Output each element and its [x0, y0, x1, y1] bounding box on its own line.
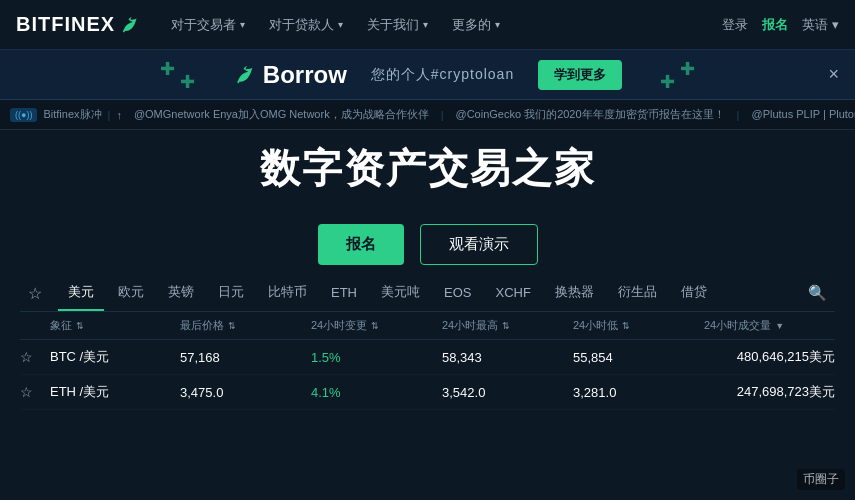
nav-right: 登录 报名 英语 ▾ — [722, 16, 839, 34]
volume: 247,698,723美元 — [704, 383, 835, 401]
nav-traders[interactable]: 对于交易者 ▾ — [163, 10, 253, 40]
tab-jpy[interactable]: 日元 — [208, 275, 254, 311]
table-row: ☆ BTC /美元 57,168 1.5% 58,343 55,854 480,… — [20, 340, 835, 375]
favorites-tab[interactable]: ☆ — [20, 276, 50, 311]
login-link[interactable]: 登录 — [722, 16, 748, 34]
register-link[interactable]: 报名 — [762, 16, 788, 34]
ticker-label: Bitfinex脉冲 — [43, 107, 101, 122]
pair-symbol: ETH /美元 — [50, 383, 180, 401]
th-low[interactable]: 24小时低 ⇅ — [573, 318, 704, 333]
chevron-down-icon: ▾ — [240, 19, 245, 30]
tab-eth[interactable]: ETH — [321, 277, 367, 310]
language-selector[interactable]: 英语 ▾ — [802, 16, 839, 34]
logo: BITFINEX — [16, 13, 139, 36]
tab-lending[interactable]: 借贷 — [671, 275, 717, 311]
th-symbol[interactable]: 象征 ⇅ — [50, 318, 180, 333]
ticker-item: ((●)) Bitfinex脉冲 | ↑ — [10, 107, 122, 122]
ticker-text: @OMGnetwork Enya加入OMG Network，成为战略合作伙伴 — [134, 107, 429, 122]
ticker-text: @CoinGecko 我们的2020年年度加密货币报告在这里！ — [456, 107, 725, 122]
volume: 480,646,215美元 — [704, 348, 835, 366]
th-price[interactable]: 最后价格 ⇅ — [180, 318, 311, 333]
plus-decoration: ✚ — [180, 71, 195, 93]
favorite-icon[interactable]: ☆ — [20, 384, 50, 400]
last-price: 3,475.0 — [180, 385, 311, 400]
banner-brand: Borrow — [233, 61, 347, 89]
nav-about[interactable]: 关于我们 ▾ — [359, 10, 436, 40]
th-volume[interactable]: 24小时成交量 ▼ — [704, 318, 835, 333]
close-icon[interactable]: × — [828, 64, 839, 85]
nav-links: 对于交易者 ▾ 对于贷款人 ▾ 关于我们 ▾ 更多的 ▾ — [163, 10, 722, 40]
price-low: 3,281.0 — [573, 385, 704, 400]
watermark: 币圈子 — [797, 469, 845, 490]
hero-register-button[interactable]: 报名 — [318, 224, 404, 265]
plus-decoration: ✚ — [160, 58, 175, 80]
hero-title: 数字资产交易之家 — [260, 141, 596, 196]
price-change: 4.1% — [311, 385, 442, 400]
favorite-icon[interactable]: ☆ — [20, 349, 50, 365]
banner-title: Borrow — [263, 61, 347, 89]
hero-section: 数字资产交易之家 报名 观看演示 — [0, 130, 855, 275]
banner-leaf-icon — [233, 64, 255, 86]
ticker-text: @Plutus PLIP | Pluton流动 — [751, 107, 855, 122]
plus-decoration: ✚ — [680, 58, 695, 80]
ticker-content: ((●)) Bitfinex脉冲 | ↑ @OMGnetwork Enya加入O… — [10, 107, 855, 122]
tab-derivatives[interactable]: 衍生品 — [608, 275, 667, 311]
logo-icon — [119, 15, 139, 35]
th-high[interactable]: 24小时最高 ⇅ — [442, 318, 573, 333]
banner-subtitle: 您的个人#cryptoloan — [371, 66, 514, 84]
nav-more[interactable]: 更多的 ▾ — [444, 10, 508, 40]
price-high: 58,343 — [442, 350, 573, 365]
market-tabs: ☆ 美元 欧元 英镑 日元 比特币 ETH 美元吨 EOS XCHF 换热器 — [20, 275, 835, 312]
hero-buttons: 报名 观看演示 — [318, 224, 538, 265]
price-low: 55,854 — [573, 350, 704, 365]
price-high: 3,542.0 — [442, 385, 573, 400]
banner: ✚ ✚ ✚ ✚ Borrow 您的个人#cryptoloan 学到更多 × — [0, 50, 855, 100]
sort-icon: ⇅ — [228, 321, 236, 331]
ticker-badge: ((●)) — [10, 108, 37, 122]
th-change[interactable]: 24小时变更 ⇅ — [311, 318, 442, 333]
hero-demo-button[interactable]: 观看演示 — [420, 224, 538, 265]
plus-decoration: ✚ — [660, 71, 675, 93]
tab-usdt[interactable]: 美元吨 — [371, 275, 430, 311]
logo-text: BITFINEX — [16, 13, 115, 36]
ticker-bar: ((●)) Bitfinex脉冲 | ↑ @OMGnetwork Enya加入O… — [0, 100, 855, 130]
table-row: ☆ ETH /美元 3,475.0 4.1% 3,542.0 3,281.0 2… — [20, 375, 835, 410]
tab-eos[interactable]: EOS — [434, 277, 481, 310]
nav-lenders[interactable]: 对于贷款人 ▾ — [261, 10, 351, 40]
tab-btc[interactable]: 比特币 — [258, 275, 317, 311]
table-header: 象征 ⇅ 最后价格 ⇅ 24小时变更 ⇅ 24小时最高 ⇅ 24小时低 ⇅ 24… — [20, 312, 835, 340]
pair-symbol: BTC /美元 — [50, 348, 180, 366]
chevron-down-icon: ▾ — [423, 19, 428, 30]
chevron-down-icon: ▾ — [338, 19, 343, 30]
sort-icon: ⇅ — [76, 321, 84, 331]
sort-icon: ⇅ — [622, 321, 630, 331]
sort-icon: ⇅ — [371, 321, 379, 331]
navbar: BITFINEX 对于交易者 ▾ 对于贷款人 ▾ 关于我们 ▾ 更多的 ▾ 登录… — [0, 0, 855, 50]
chevron-down-icon: ▾ — [832, 17, 839, 32]
sort-icon: ▼ — [775, 321, 784, 331]
tab-gbp[interactable]: 英镑 — [158, 275, 204, 311]
market-table-section: ☆ 美元 欧元 英镑 日元 比特币 ETH 美元吨 EOS XCHF 换热器 — [0, 275, 855, 410]
last-price: 57,168 — [180, 350, 311, 365]
tab-xchf[interactable]: XCHF — [485, 277, 540, 310]
ticker-text: ↑ — [116, 109, 122, 121]
tab-usd[interactable]: 美元 — [58, 275, 104, 311]
tab-exchange[interactable]: 换热器 — [545, 275, 604, 311]
tab-eur[interactable]: 欧元 — [108, 275, 154, 311]
price-change: 1.5% — [311, 350, 442, 365]
search-icon[interactable]: 🔍 — [800, 276, 835, 310]
banner-cta-button[interactable]: 学到更多 — [538, 60, 622, 90]
sort-icon: ⇅ — [502, 321, 510, 331]
chevron-down-icon: ▾ — [495, 19, 500, 30]
